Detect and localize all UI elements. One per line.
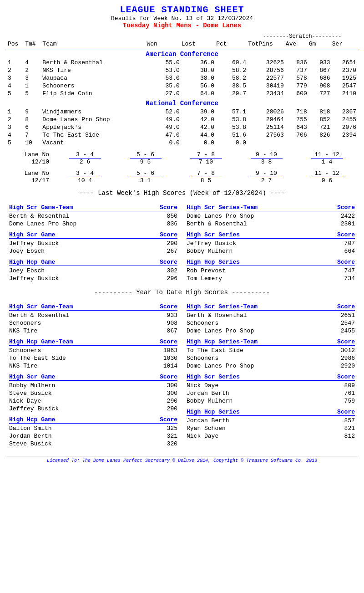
team-totpins: 28026 (247, 108, 285, 116)
score-category: High Scr Game-TeamScore (9, 204, 177, 211)
entry-score: 1063 (155, 347, 177, 354)
entry-name: Bobby Mulhern (9, 382, 155, 389)
category-label: High Hcp Series-Team (187, 338, 258, 345)
team-pos: 2 (7, 116, 24, 123)
team-totpins: 25114 (247, 123, 285, 131)
score-label: Score (337, 303, 355, 310)
team-ser: 2370 (331, 66, 357, 74)
team-name: Berth & Rosenthal (41, 59, 146, 66)
team-gm: 852 (308, 116, 331, 123)
category-label: High Hcp Series (187, 259, 240, 266)
score-entry: Schooners1063 (9, 347, 177, 354)
lane-teams: 3 1 (130, 177, 162, 184)
score-entry: Rob Prevost747 (187, 267, 355, 275)
entry-name: Schooners (9, 320, 155, 327)
score-category: High Scr GameScore (9, 231, 177, 239)
score-entry: Tom Lemery734 (187, 275, 355, 282)
entry-name: Steve Busick (9, 440, 155, 447)
team-ave: 643 (285, 123, 308, 131)
team-totpins: 27563 (247, 131, 285, 139)
entry-score: 2455 (332, 327, 355, 334)
team-pos: 3 (7, 74, 24, 82)
team-totpins: 22577 (247, 74, 285, 82)
score-category: High Hcp SeriesScore (187, 259, 355, 266)
score-label: Score (160, 231, 177, 238)
team-pct: 53.8 (215, 116, 247, 123)
entry-name: Jordan Berth (187, 390, 332, 397)
score-entry: Dome Lanes Pro Shop2920 (187, 362, 355, 370)
score-entry: Bobby Mulhern759 (187, 397, 355, 405)
score-label: Score (160, 338, 177, 345)
title-block: LEAGUE STANDING SHEET Results for Week N… (7, 5, 357, 29)
entry-name: To The East Side (187, 347, 332, 354)
team-ser: 1925 (331, 74, 357, 82)
team-ave: 718 (285, 108, 308, 116)
team-pos: 4 (7, 82, 24, 90)
team-ser: 2367 (331, 108, 357, 116)
entry-score: 664 (332, 248, 355, 255)
team-won: 53.0 (146, 66, 180, 74)
score-entry: Jordan Berth321 (9, 432, 177, 440)
last-week-scores-grid: High Scr Game-TeamScoreBerth & Rosenthal… (7, 200, 357, 282)
team-name: To The East Side (41, 131, 146, 139)
team-tm: 4 (24, 59, 41, 66)
entry-score: 850 (155, 213, 177, 220)
team-totpins: 28756 (247, 66, 285, 74)
score-label: Score (337, 373, 355, 380)
team-tm: 10 (24, 139, 41, 147)
team-tm: 1 (24, 82, 41, 90)
team-lost: 64.0 (181, 90, 215, 97)
team-pos: 1 (7, 59, 24, 66)
entry-name: Jordan Berth (9, 433, 155, 440)
score-category: High Hcp SeriesScore (187, 409, 355, 416)
page: LEAGUE STANDING SHEET Results for Week N… (0, 0, 364, 468)
team-pct: 51.6 (215, 131, 247, 139)
team-gm: 933 (308, 59, 331, 66)
col-header-ave: Ave (285, 40, 308, 48)
lane-range: 11 - 12 (311, 170, 343, 177)
entry-name: Jeffrey Busick (9, 240, 155, 247)
entry-score: 2422 (332, 213, 355, 220)
lane-section: Lane No3 - 45 - 67 - 89 - 1011 - 1212/10… (7, 151, 357, 184)
entry-name: Berth & Rosenthal (9, 213, 155, 220)
score-label: Score (337, 338, 355, 345)
score-label: Score (160, 259, 177, 266)
table-row: 2 2 NKS Tire 53.0 38.0 58.2 28756 737 86… (7, 66, 357, 74)
category-label: High Scr Series-Team (187, 303, 258, 310)
footer: Licensed To: The Dome Lanes Perfect Secr… (7, 456, 357, 463)
score-entry: NKS Tire867 (9, 327, 177, 335)
score-label: Score (337, 231, 355, 238)
category-label: High Hcp Game (9, 416, 55, 423)
entry-name: Joey Ebsch (9, 248, 155, 255)
team-gm: 686 (308, 74, 331, 82)
team-pct: 58.2 (215, 66, 247, 74)
entry-name: Dome Lanes Pro Shop (187, 327, 332, 334)
score-entry: Jordan Berth857 (187, 417, 355, 424)
team-pct: 53.8 (215, 123, 247, 131)
team-totpins: 23434 (247, 90, 285, 97)
team-ser: 2394 (331, 131, 357, 139)
team-won: 27.0 (146, 90, 180, 97)
team-ave: 779 (285, 82, 308, 90)
score-entry: Dome Lanes Pro Shop836 (9, 220, 177, 228)
score-entry: Berth & Rosenthal933 (9, 312, 177, 319)
entry-name: Schooners (9, 347, 155, 354)
team-pct: 29.7 (215, 90, 247, 97)
score-entry: Nick Daye809 (187, 382, 355, 389)
lane-range: 3 - 4 (69, 151, 101, 158)
entry-score: 2547 (332, 320, 355, 327)
entry-score: 867 (155, 327, 177, 334)
lane-label: Lane No (7, 170, 55, 177)
category-label: High Scr Game (9, 373, 55, 380)
entry-name: NKS Tire (9, 327, 155, 334)
team-tm: 2 (24, 66, 41, 74)
team-pct: 38.5 (215, 82, 247, 90)
entry-name: Nick Daye (187, 433, 332, 440)
score-label: Score (160, 303, 177, 310)
table-row: 5 5 Flip Side Coin 27.0 64.0 29.7 23434 … (7, 90, 357, 97)
entry-name: Berth & Rosenthal (187, 312, 332, 319)
entry-name: NKS Tire (9, 363, 155, 369)
score-entry: Berth & Rosenthal2301 (187, 220, 355, 228)
entry-name: To The East Side (9, 355, 155, 362)
score-left-col: High Scr Game-TeamScoreBerth & Rosenthal… (9, 200, 177, 282)
